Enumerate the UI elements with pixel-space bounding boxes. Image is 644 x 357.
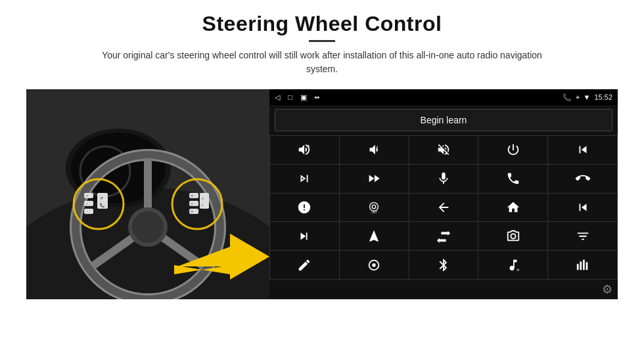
svg-text:📞: 📞 [100, 203, 105, 208]
vol-down-button[interactable]: - [340, 136, 409, 164]
svg-rect-46 [580, 261, 582, 270]
subtitle: Your original car's steering wheel contr… [85, 49, 559, 76]
android-bottom-bar: ⚙ [269, 280, 618, 299]
wifi-status-icon: ▼ [584, 93, 591, 101]
status-left: ◁ □ ▣ ▪▪ [275, 93, 319, 102]
svg-text:-: - [377, 144, 379, 150]
music-button[interactable]: ⚙ [478, 251, 547, 279]
status-bar: ◁ □ ▣ ▪▪ 📞 ⌖ ▼ 15:52 [269, 89, 618, 105]
spectrum-button[interactable] [548, 251, 617, 279]
vol-up-button[interactable]: + [270, 136, 339, 164]
android-unit: ◁ □ ▣ ▪▪ 📞 ⌖ ▼ 15:52 Begin learn [269, 89, 618, 299]
power-button[interactable] [478, 136, 547, 164]
home-button[interactable] [478, 194, 547, 222]
navigation-button[interactable] [340, 222, 409, 250]
svg-text:◇: ◇ [201, 203, 204, 207]
svg-point-39 [372, 205, 376, 209]
car-image-section: + ♪ - ↺ 📞 ⊙ ◇ ⊙ ◁ ◇ [26, 89, 269, 299]
end-call-button[interactable] [548, 165, 617, 193]
page-title: Steering Wheel Control [85, 12, 559, 36]
svg-rect-48 [586, 262, 587, 270]
back-button[interactable] [409, 194, 478, 222]
clock: 15:52 [594, 93, 612, 101]
status-right: 📞 ⌖ ▼ 15:52 [563, 93, 612, 102]
mute-button[interactable] [409, 136, 478, 164]
equalizer-button[interactable] [548, 222, 617, 250]
svg-text:⊙: ⊙ [191, 209, 193, 213]
bluetooth-button[interactable] [409, 251, 478, 279]
svg-text:+: + [86, 194, 88, 198]
prev-track-button[interactable] [548, 136, 617, 164]
svg-text:360°: 360° [372, 211, 379, 214]
camera-button[interactable] [478, 222, 547, 250]
recents-nav-icon[interactable]: ▣ [300, 93, 307, 102]
back-nav-icon[interactable]: ◁ [275, 93, 280, 102]
svg-rect-45 [576, 264, 578, 270]
svg-point-38 [370, 203, 379, 211]
settings-button[interactable]: ⚙ [602, 282, 612, 297]
svg-text:+: + [307, 144, 310, 150]
svg-point-13 [132, 211, 164, 243]
begin-learn-button[interactable]: Begin learn [275, 109, 612, 131]
alert-button[interactable] [270, 194, 339, 222]
home-nav-icon[interactable]: □ [288, 93, 292, 101]
begin-learn-row: Begin learn [269, 105, 618, 135]
content-row: + ♪ - ↺ 📞 ⊙ ◇ ⊙ ◁ ◇ [26, 89, 618, 299]
location-status-icon: ⌖ [576, 93, 580, 102]
fast-forward-button[interactable] [340, 165, 409, 193]
svg-rect-47 [583, 259, 585, 270]
svg-text:◇: ◇ [191, 201, 193, 205]
call-button[interactable] [478, 165, 547, 193]
page-container: Steering Wheel Control Your original car… [0, 0, 644, 357]
svg-point-42 [372, 263, 376, 267]
pen-button[interactable] [270, 251, 339, 279]
svg-text:⚙: ⚙ [516, 268, 519, 272]
svg-text:◁: ◁ [201, 196, 204, 200]
switch-button[interactable] [409, 222, 478, 250]
svg-text:⊙: ⊙ [191, 194, 193, 198]
signal-icon: ▪▪ [315, 93, 320, 101]
phone-status-icon: 📞 [563, 93, 572, 102]
controls-grid: + - [269, 135, 618, 280]
skip-forward-button[interactable] [270, 222, 339, 250]
title-divider [309, 40, 335, 42]
record-button[interactable] [340, 251, 409, 279]
svg-text:↺: ↺ [100, 196, 103, 200]
rewind-button[interactable] [548, 194, 617, 222]
360-view-button[interactable]: 360° [340, 194, 409, 222]
mic-button[interactable] [409, 165, 478, 193]
title-section: Steering Wheel Control Your original car… [85, 12, 559, 85]
next-button[interactable] [270, 165, 339, 193]
